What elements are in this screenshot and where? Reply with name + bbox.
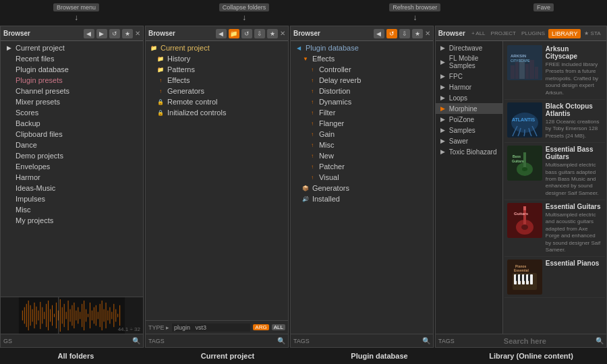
list-item[interactable]: 📁 Patterns xyxy=(146,64,288,75)
list-item[interactable]: 📁 Current project xyxy=(146,42,288,53)
list-item[interactable]: 🔊 Installed xyxy=(291,193,433,204)
lib-sidebar-item[interactable]: ▶ Sawer xyxy=(436,135,502,146)
tab-starred[interactable]: ★ STA xyxy=(582,29,602,38)
list-item[interactable]: ▶ Current project xyxy=(1,42,143,53)
list-item[interactable]: Clipboard files xyxy=(1,129,143,140)
list-item[interactable]: Misc xyxy=(1,204,143,215)
folder-btn[interactable]: 📁 xyxy=(229,29,239,38)
tab-project[interactable]: PROJECT xyxy=(489,29,518,38)
lock-icon: 🔒 xyxy=(156,109,165,117)
list-item[interactable]: Backup xyxy=(1,118,143,129)
svg-rect-86 xyxy=(528,274,530,281)
back-btn[interactable]: ◀ xyxy=(216,29,227,38)
list-item[interactable]: ↑ New xyxy=(291,150,433,161)
list-item[interactable]: 🔒 Initialized controls xyxy=(146,107,288,118)
list-item[interactable]: ◀ Plugin database xyxy=(291,42,433,53)
list-item[interactable]: ↑ Controller xyxy=(291,64,433,75)
blank-icon xyxy=(5,195,13,203)
list-item[interactable]: ↑ Distortion xyxy=(291,86,433,96)
list-item[interactable]: Recent files xyxy=(1,53,143,64)
lib-sidebar-morphine[interactable]: ▶ Morphine xyxy=(436,103,502,114)
list-item[interactable]: ↑ Misc xyxy=(291,140,433,150)
svg-rect-29 xyxy=(78,307,78,324)
refresh-btn[interactable]: ↺ xyxy=(241,29,252,38)
lib-sidebar-item[interactable]: ▶ PoiZone xyxy=(436,114,502,125)
atlantis-info: Black Octopus Atlantis 128 Oceanic creat… xyxy=(546,102,602,140)
list-item[interactable]: ↑ Visual xyxy=(291,172,433,183)
list-item[interactable]: Plugin presets xyxy=(1,75,143,86)
tags-label: TAGS xyxy=(148,338,165,344)
svg-rect-16 xyxy=(52,305,53,326)
search-icon[interactable]: 🔍 xyxy=(422,337,430,344)
list-item[interactable]: ↑ Filter xyxy=(291,107,433,118)
list-item[interactable]: Dance xyxy=(1,140,143,150)
list-item[interactable]: ↑ Patcher xyxy=(291,161,433,172)
filter-icon: ↑ xyxy=(308,109,316,117)
close-btn[interactable]: ✕ xyxy=(280,30,285,37)
back-btn[interactable]: ◀ xyxy=(374,29,384,38)
lib-card-bass-guitars[interactable]: Bass Guitars Essential Bass Guitars Mult… xyxy=(504,143,605,200)
list-item[interactable]: Envelopes xyxy=(1,161,143,172)
list-item[interactable]: ↑ Dynamics xyxy=(291,96,433,107)
lib-sidebar-item[interactable]: ▶ Samples xyxy=(436,125,502,135)
forward-btn[interactable]: ▶ xyxy=(96,29,107,38)
list-item[interactable]: 🔒 Remote control xyxy=(146,96,288,107)
lib-sidebar-item[interactable]: ▶ Toxic Biohazard xyxy=(436,146,502,157)
tab-all[interactable]: + ALL xyxy=(469,29,488,38)
svg-point-73 xyxy=(521,224,528,230)
list-item[interactable]: Mixer presets xyxy=(1,96,143,107)
list-item[interactable]: Impulses xyxy=(1,193,143,204)
refresh-btn-active[interactable]: ↺ xyxy=(386,29,397,38)
list-item[interactable]: ↑ Effects xyxy=(146,75,288,86)
close-btn[interactable]: ✕ xyxy=(425,30,430,37)
bottom-label-library: Library (Online content) xyxy=(455,352,607,360)
refresh-btn[interactable]: ↺ xyxy=(109,29,120,38)
tab-library[interactable]: LIBRARY xyxy=(548,29,581,38)
list-item[interactable]: 📁 History xyxy=(146,53,288,64)
list-item[interactable]: ▼ Effects xyxy=(291,53,433,64)
list-item[interactable]: ↑ Delay reverb xyxy=(291,75,433,86)
svg-rect-58 xyxy=(535,67,538,79)
list-item[interactable]: ↑ Gain xyxy=(291,129,433,140)
lib-sidebar-item[interactable]: ▶ Loops xyxy=(436,92,502,103)
pianos-info: Essential Pianos xyxy=(546,260,602,295)
library-toolbar: Browser + ALL PROJECT PLUGINS LIBRARY ★ … xyxy=(436,26,606,41)
all-folders-panel: Browser ◀ ▶ ↺ ★ ✕ ▶ Current project Rece… xyxy=(0,26,144,348)
lib-sidebar-item[interactable]: ▶ Directwave xyxy=(436,42,502,53)
arg-badge: ARG xyxy=(253,324,268,330)
back-btn[interactable]: ◀ xyxy=(84,29,94,38)
close-btn[interactable]: ✕ xyxy=(135,30,140,37)
svg-rect-39 xyxy=(98,312,98,320)
list-item[interactable]: ↑ Flanger xyxy=(291,118,433,129)
svg-rect-14 xyxy=(48,301,49,330)
list-item[interactable]: Ideas-Music xyxy=(1,183,143,193)
lib-card-guitars[interactable]: Guitars Essential Guitars Multisampled e… xyxy=(504,200,605,257)
search-icon[interactable]: 🔍 xyxy=(596,337,604,344)
lib-card-atlantis[interactable]: ATLANTIS Black Octopus Atlantis 128 Ocea… xyxy=(504,100,605,143)
lib-sidebar-item[interactable]: ▶ FL Mobile Samples xyxy=(436,53,502,71)
list-item[interactable]: My projects xyxy=(1,215,143,226)
list-item[interactable]: Plugin database xyxy=(1,64,143,75)
list-item[interactable]: Channel presets xyxy=(1,86,143,96)
star-btn[interactable]: ★ xyxy=(267,29,278,38)
tab-plugins[interactable]: PLUGINS xyxy=(519,29,547,38)
search-icon[interactable]: 🔍 xyxy=(277,337,285,344)
collapse-btn[interactable]: ⇩ xyxy=(399,29,410,38)
star-btn[interactable]: ★ xyxy=(412,29,423,38)
lib-card-pianos[interactable]: Essential Pianos Essential Pianos xyxy=(504,257,605,298)
list-item[interactable]: 📦 Generators xyxy=(291,183,433,193)
lib-sidebar-item[interactable]: ▶ FPC xyxy=(436,71,502,82)
svg-rect-11 xyxy=(42,307,42,324)
list-item[interactable]: ↑ Generators xyxy=(146,86,288,96)
lib-card-arksun[interactable]: ARKSIN CITYSCAPE Arksun Cityscape FREE i… xyxy=(504,42,605,100)
star-btn[interactable]: ★ xyxy=(122,29,133,38)
list-item[interactable]: Harmor xyxy=(1,172,143,183)
search-icon[interactable]: 🔍 xyxy=(132,337,140,344)
current-project-title: Browser xyxy=(148,30,175,37)
list-item[interactable]: Demo projects xyxy=(1,150,143,161)
svg-rect-6 xyxy=(32,309,33,322)
collapse-btn[interactable]: ⇩ xyxy=(254,29,265,38)
type-input[interactable] xyxy=(172,324,250,332)
list-item[interactable]: Scores xyxy=(1,107,143,118)
lib-sidebar-item[interactable]: ▶ Harmor xyxy=(436,82,502,92)
